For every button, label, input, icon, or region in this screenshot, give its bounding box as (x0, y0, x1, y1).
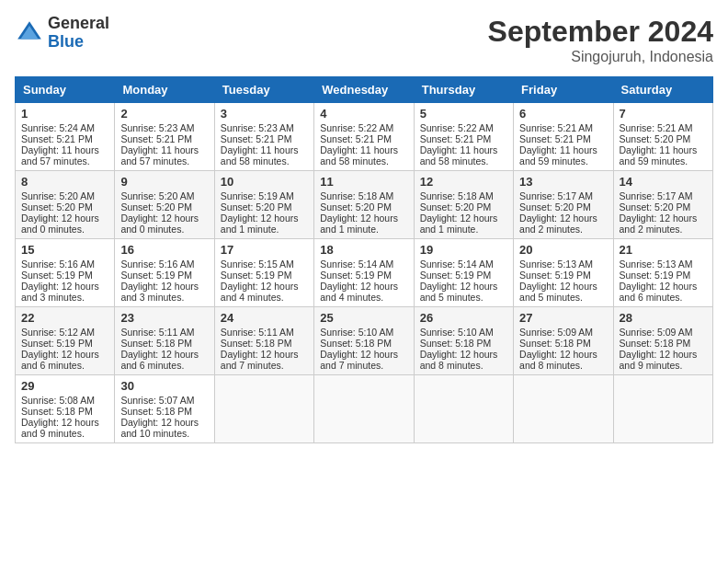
day-number: 4 (320, 107, 407, 121)
sunset-label: Sunset: 5:20 PM (519, 201, 591, 213)
calendar-cell: 3 Sunrise: 5:23 AM Sunset: 5:21 PM Dayli… (214, 103, 313, 171)
calendar-cell: 24 Sunrise: 5:11 AM Sunset: 5:18 PM Dayl… (214, 307, 313, 375)
sunrise-label: Sunrise: 5:10 AM (420, 327, 494, 338)
calendar-cell (314, 375, 414, 443)
sunrise-label: Sunrise: 5:21 AM (620, 122, 693, 133)
day-header-friday: Friday (514, 77, 613, 103)
daylight-label: Daylight: 12 hours and 4 minutes. (320, 281, 398, 303)
day-number: 27 (519, 311, 607, 325)
day-number: 13 (519, 175, 607, 189)
calendar-cell: 16 Sunrise: 5:16 AM Sunset: 5:19 PM Dayl… (115, 239, 214, 307)
sunrise-label: Sunrise: 5:23 AM (120, 122, 194, 133)
day-number: 9 (120, 175, 208, 189)
daylight-label: Daylight: 12 hours and 6 minutes. (620, 281, 698, 303)
sunset-label: Sunset: 5:18 PM (21, 406, 93, 417)
day-number: 7 (620, 107, 707, 121)
logo-general: General (48, 15, 109, 33)
sunrise-label: Sunrise: 5:09 AM (519, 327, 593, 338)
day-number: 14 (620, 175, 707, 189)
calendar-week-4: 22 Sunrise: 5:12 AM Sunset: 5:19 PM Dayl… (16, 307, 713, 375)
daylight-label: Daylight: 11 hours and 58 minutes. (420, 144, 498, 167)
calendar-cell: 14 Sunrise: 5:17 AM Sunset: 5:20 PM Dayl… (613, 171, 712, 239)
calendar-cell: 18 Sunrise: 5:14 AM Sunset: 5:19 PM Dayl… (314, 239, 414, 307)
sunset-label: Sunset: 5:19 PM (120, 270, 192, 281)
daylight-label: Daylight: 12 hours and 5 minutes. (519, 281, 597, 303)
daylight-label: Daylight: 12 hours and 5 minutes. (420, 281, 498, 303)
daylight-label: Daylight: 12 hours and 3 minutes. (120, 281, 199, 303)
calendar-cell: 10 Sunrise: 5:19 AM Sunset: 5:20 PM Dayl… (214, 171, 313, 239)
day-number: 21 (620, 243, 707, 257)
sunrise-label: Sunrise: 5:21 AM (519, 122, 593, 133)
logo-text: General Blue (48, 15, 109, 52)
sunset-label: Sunset: 5:19 PM (320, 270, 392, 281)
daylight-label: Daylight: 11 hours and 57 minutes. (21, 144, 99, 167)
day-number: 16 (120, 243, 208, 257)
day-number: 23 (120, 311, 208, 325)
calendar-cell: 4 Sunrise: 5:22 AM Sunset: 5:21 PM Dayli… (314, 103, 414, 171)
sunset-label: Sunset: 5:18 PM (320, 338, 392, 349)
calendar-cell: 12 Sunrise: 5:18 AM Sunset: 5:20 PM Dayl… (414, 171, 513, 239)
sunrise-label: Sunrise: 5:24 AM (21, 122, 95, 133)
sunrise-label: Sunrise: 5:20 AM (120, 190, 194, 201)
sunset-label: Sunset: 5:18 PM (221, 338, 292, 349)
day-number: 15 (21, 243, 108, 257)
sunset-label: Sunset: 5:18 PM (120, 338, 192, 349)
month-title: September 2024 (488, 15, 713, 49)
sunset-label: Sunset: 5:20 PM (620, 201, 691, 213)
sunrise-label: Sunrise: 5:16 AM (21, 259, 95, 270)
daylight-label: Daylight: 12 hours and 3 minutes. (21, 281, 99, 303)
sunrise-label: Sunrise: 5:13 AM (620, 259, 693, 270)
day-header-tuesday: Tuesday (214, 77, 313, 103)
sunset-label: Sunset: 5:19 PM (620, 270, 691, 281)
daylight-label: Daylight: 12 hours and 8 minutes. (519, 349, 597, 371)
calendar-cell: 7 Sunrise: 5:21 AM Sunset: 5:20 PM Dayli… (613, 103, 712, 171)
calendar-cell: 5 Sunrise: 5:22 AM Sunset: 5:21 PM Dayli… (414, 103, 513, 171)
calendar-cell: 8 Sunrise: 5:20 AM Sunset: 5:20 PM Dayli… (16, 171, 115, 239)
calendar-cell: 29 Sunrise: 5:08 AM Sunset: 5:18 PM Dayl… (16, 375, 115, 443)
calendar-cell: 20 Sunrise: 5:13 AM Sunset: 5:19 PM Dayl… (514, 239, 613, 307)
sunset-label: Sunset: 5:21 PM (221, 133, 292, 144)
day-header-saturday: Saturday (613, 77, 712, 103)
calendar-cell: 26 Sunrise: 5:10 AM Sunset: 5:18 PM Dayl… (414, 307, 513, 375)
sunrise-label: Sunrise: 5:22 AM (420, 122, 494, 133)
day-number: 12 (420, 175, 507, 189)
daylight-label: Daylight: 11 hours and 59 minutes. (519, 144, 597, 167)
sunrise-label: Sunrise: 5:10 AM (320, 327, 393, 338)
day-header-sunday: Sunday (16, 77, 115, 103)
calendar-cell: 27 Sunrise: 5:09 AM Sunset: 5:18 PM Dayl… (514, 307, 613, 375)
sunrise-label: Sunrise: 5:20 AM (21, 190, 95, 201)
calendar-cell: 13 Sunrise: 5:17 AM Sunset: 5:20 PM Dayl… (514, 171, 613, 239)
day-number: 26 (420, 311, 507, 325)
daylight-label: Daylight: 11 hours and 59 minutes. (620, 144, 698, 167)
calendar-cell: 9 Sunrise: 5:20 AM Sunset: 5:20 PM Dayli… (115, 171, 214, 239)
sunset-label: Sunset: 5:21 PM (420, 133, 492, 144)
calendar-cell: 22 Sunrise: 5:12 AM Sunset: 5:19 PM Dayl… (16, 307, 115, 375)
sunset-label: Sunset: 5:18 PM (620, 338, 691, 349)
sunset-label: Sunset: 5:21 PM (320, 133, 392, 144)
sunset-label: Sunset: 5:19 PM (21, 338, 93, 349)
daylight-label: Daylight: 12 hours and 1 minute. (320, 213, 398, 235)
day-header-wednesday: Wednesday (314, 77, 414, 103)
sunset-label: Sunset: 5:19 PM (420, 270, 492, 281)
daylight-label: Daylight: 12 hours and 1 minute. (221, 213, 299, 235)
daylight-label: Daylight: 12 hours and 7 minutes. (320, 349, 398, 371)
calendar-cell: 25 Sunrise: 5:10 AM Sunset: 5:18 PM Dayl… (314, 307, 414, 375)
sunset-label: Sunset: 5:18 PM (120, 406, 192, 417)
day-number: 17 (221, 243, 308, 257)
sunset-label: Sunset: 5:18 PM (519, 338, 591, 349)
page-header: General Blue September 2024 Singojuruh, … (15, 15, 713, 65)
sunset-label: Sunset: 5:20 PM (620, 133, 691, 144)
sunrise-label: Sunrise: 5:13 AM (519, 259, 593, 270)
sunset-label: Sunset: 5:21 PM (519, 133, 591, 144)
calendar-cell (613, 375, 712, 443)
sunrise-label: Sunrise: 5:11 AM (221, 327, 294, 338)
day-number: 10 (221, 175, 308, 189)
day-number: 11 (320, 175, 407, 189)
sunset-label: Sunset: 5:19 PM (221, 270, 292, 281)
sunrise-label: Sunrise: 5:15 AM (221, 259, 294, 270)
logo-blue: Blue (48, 33, 109, 52)
sunset-label: Sunset: 5:19 PM (21, 270, 93, 281)
day-number: 20 (519, 243, 607, 257)
calendar-week-3: 15 Sunrise: 5:16 AM Sunset: 5:19 PM Dayl… (16, 239, 713, 307)
location: Singojuruh, Indonesia (488, 49, 713, 65)
